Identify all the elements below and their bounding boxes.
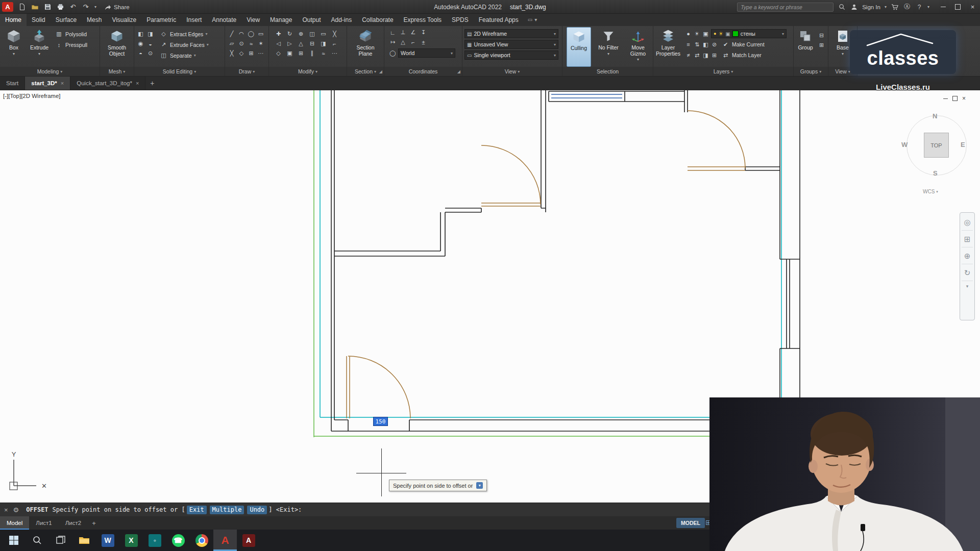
share-button[interactable]: Share [104,4,130,11]
solid-editing-tool-icon[interactable]: ◨ [146,30,155,38]
culling-button[interactable]: Culling [567,27,591,67]
autodesk-account-icon[interactable]: Ⓐ [903,3,911,11]
help-icon[interactable]: ? [915,4,923,11]
modify-tool-icon[interactable]: ◫ [308,30,316,38]
full-navigation-wheel-icon[interactable]: ◎ [962,215,973,231]
modify-tool-icon[interactable]: ◁ [274,39,283,48]
solid-editing-tool-icon[interactable]: ⊙ [146,49,155,58]
modify-tool-icon[interactable]: ╳ [330,30,339,38]
windows-start-button[interactable] [2,530,26,551]
separate-button[interactable]: ◫Separate▾ [158,51,210,60]
tab-output[interactable]: Output [297,14,326,26]
section-plane-button[interactable]: Section Plane [351,27,380,67]
tab-solid[interactable]: Solid [27,14,51,26]
save-icon[interactable] [43,3,52,11]
ucs-tool-icon[interactable]: ± [419,38,428,46]
layer-tool-icon[interactable]: ⇄ [693,51,701,60]
viewcube-north[interactable]: N [933,112,937,120]
draw-tool-icon[interactable]: ⊙ [237,39,246,48]
layer-dropdown[interactable]: ● ☀ ▣ стены ▾ [711,29,787,38]
layer-tool-icon[interactable]: ≠ [684,51,693,60]
viewport-controls-label[interactable]: [-][Top][2D Wireframe] [3,93,60,99]
draw-tool-icon[interactable]: ╳ [228,49,236,58]
viewcube-wcs-dropdown[interactable]: WCS▾ [923,189,938,194]
excel-button[interactable]: X [119,530,143,551]
panel-label-layers[interactable]: Layers▾ [653,67,793,76]
zoom-extents-icon[interactable]: ⊕ [962,248,973,264]
sign-in-caret-icon[interactable]: ▾ [885,5,887,9]
chrome-button[interactable] [190,530,213,551]
tab-insert[interactable]: Insert [181,14,207,26]
ucs-tool-icon[interactable]: ⌐ [409,38,418,46]
model-tab[interactable]: Model [0,516,29,530]
tab-surface[interactable]: Surface [51,14,82,26]
draw-tool-icon[interactable]: ╱ [228,30,236,38]
pan-icon[interactable]: ⊞ [962,232,973,247]
modify-tool-icon[interactable]: ∥ [308,49,316,58]
modify-tool-icon[interactable]: ◇ [274,49,283,58]
ucs-tool-icon[interactable]: ∟ [388,28,397,37]
panel-label-solid-editing[interactable]: Solid Editing▾ [134,67,225,76]
group-edit-icon[interactable]: ⊞ [817,41,826,49]
search-input[interactable] [737,3,834,12]
make-current-button[interactable]: ✔Make Current [720,40,766,49]
orbit-icon[interactable]: ↻ [962,265,973,281]
layer-tool-icon[interactable]: ⊞ [710,51,719,60]
file-tab-start[interactable]: Start [0,77,25,90]
extract-edges-button[interactable]: ◇Extract Edges▾ [158,29,210,39]
plot-icon[interactable] [56,3,64,11]
modify-tool-icon[interactable]: ▭ [319,30,328,38]
modify-tool-icon[interactable]: ⌐ [330,39,339,48]
modify-tool-icon[interactable]: ◨ [319,39,328,48]
panel-label-selection[interactable]: Selection [562,67,653,76]
section-dialog-launcher-icon[interactable]: ◢ [379,69,382,74]
minimize-button[interactable] [936,0,950,14]
tab-manage[interactable]: Manage [265,14,297,26]
layer-state-icon[interactable]: ▣ [701,30,710,38]
option-multiple[interactable]: Multiple [210,506,244,514]
layer-tool-icon[interactable]: ⇅ [693,40,701,49]
tab-parametric[interactable]: Parametric [141,14,181,26]
layout1-tab[interactable]: Лист1 [29,516,58,530]
presspull-button[interactable]: ↕Presspull [53,40,89,49]
layer-tool-icon[interactable]: ◨ [701,51,710,60]
close-file-icon[interactable]: × [61,80,64,86]
help-caret-icon[interactable]: ▾ [927,5,929,9]
panel-label-groups[interactable]: Groups▾ [794,67,828,76]
draw-tool-icon[interactable]: ≈ [247,39,256,48]
smooth-object-button[interactable]: Smooth Object [103,27,131,67]
task-view-button[interactable] [49,530,72,551]
match-layer-button[interactable]: ⇄Match Layer [720,51,763,60]
modify-tool-icon[interactable]: ⊟ [308,39,316,48]
whatsapp-button[interactable]: ☎ [166,530,190,551]
open-file-icon[interactable] [31,3,39,11]
draw-tool-icon[interactable]: ◯ [247,30,256,38]
solid-editing-tool-icon[interactable]: ◒ [146,39,155,48]
autocad-taskbar-button[interactable]: A [213,530,237,551]
layer-state-icon[interactable]: ● [684,30,693,38]
ucs-tool-icon[interactable]: △ [399,38,407,46]
viewcube-south[interactable]: S [933,169,938,177]
solid-editing-tool-icon[interactable]: ◧ [136,30,145,38]
command-customize-icon[interactable]: ⚙ [13,506,19,514]
undo-icon[interactable]: ↶ [69,3,77,11]
qat-dropdown-icon[interactable]: ▾ [94,5,96,9]
tab-mesh[interactable]: Mesh [82,14,107,26]
tab-express-tools[interactable]: Express Tools [399,14,447,26]
app-store-cart-icon[interactable] [891,3,899,11]
teal-app-button[interactable]: ◦ [143,530,166,551]
solid-editing-tool-icon[interactable]: ◓ [136,49,145,58]
viewcube-top-face[interactable]: TOP [924,133,949,158]
restore-button[interactable] [950,0,965,14]
file-tab-start-3d[interactable]: start_3D*× [25,77,70,90]
viewport-close-icon[interactable]: × [962,95,966,102]
draw-tool-icon[interactable]: ✶ [257,39,265,48]
search-icon[interactable] [838,3,846,11]
close-button[interactable]: × [965,0,980,14]
viewport-restore-icon[interactable] [952,96,958,101]
tab-view[interactable]: View [241,14,265,26]
tab-featured-apps[interactable]: Featured Apps [474,14,524,26]
viewcube-west[interactable]: W [901,141,908,148]
ribbon-display-icon[interactable]: ▭ [528,14,532,26]
modify-tool-icon[interactable]: ✚ [274,30,283,38]
